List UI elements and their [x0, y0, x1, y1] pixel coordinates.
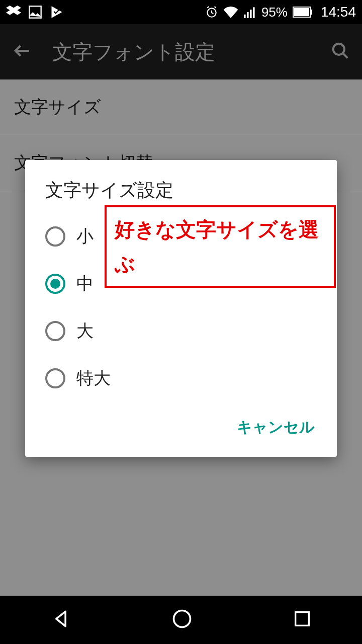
- nav-bar: [0, 596, 362, 644]
- svg-rect-4: [250, 10, 252, 18]
- screen: 95% 14:54 文字フォント設定 文字サイズ 文字フォント切替 文字サイズ設…: [0, 0, 362, 644]
- svg-rect-11: [296, 612, 309, 626]
- option-label: 中: [76, 272, 94, 295]
- option-label: 小: [76, 225, 94, 248]
- option-large[interactable]: 大: [25, 307, 337, 355]
- alarm-icon: [205, 6, 218, 19]
- nav-home-button[interactable]: [171, 608, 193, 632]
- signal-icon: [243, 6, 256, 18]
- svg-rect-7: [311, 10, 312, 15]
- nav-recent-button[interactable]: [292, 609, 312, 631]
- radio-icon: [45, 226, 65, 247]
- clock-text: 14:54: [321, 4, 356, 20]
- cancel-button[interactable]: キャンセル: [230, 412, 322, 443]
- image-icon: [28, 5, 42, 19]
- svg-rect-8: [294, 8, 309, 16]
- radio-icon: [45, 321, 65, 341]
- battery-percent: 95%: [261, 5, 288, 20]
- option-xlarge[interactable]: 特大: [25, 355, 337, 402]
- option-label: 大: [76, 319, 94, 343]
- svg-rect-5: [253, 7, 255, 18]
- annotation-text: 好きな文字サイズを選ぶ: [115, 218, 319, 275]
- status-bar: 95% 14:54: [0, 0, 362, 24]
- svg-point-10: [173, 611, 190, 627]
- svg-rect-2: [244, 15, 246, 18]
- option-label: 特大: [76, 367, 111, 390]
- text-size-dialog: 文字サイズ設定 小 中 大 特大 キャンセル 好きな文字サイズを選: [25, 160, 337, 457]
- wifi-icon: [223, 6, 238, 18]
- radio-icon: [45, 368, 65, 388]
- svg-rect-3: [247, 12, 249, 18]
- nav-back-button[interactable]: [50, 608, 72, 632]
- dropbox-icon: [6, 5, 21, 19]
- play-check-icon: [49, 5, 64, 19]
- battery-icon: [293, 7, 313, 18]
- radio-icon: [45, 274, 65, 294]
- dialog-title: 文字サイズ設定: [25, 178, 337, 209]
- annotation-box: 好きな文字サイズを選ぶ: [105, 205, 336, 288]
